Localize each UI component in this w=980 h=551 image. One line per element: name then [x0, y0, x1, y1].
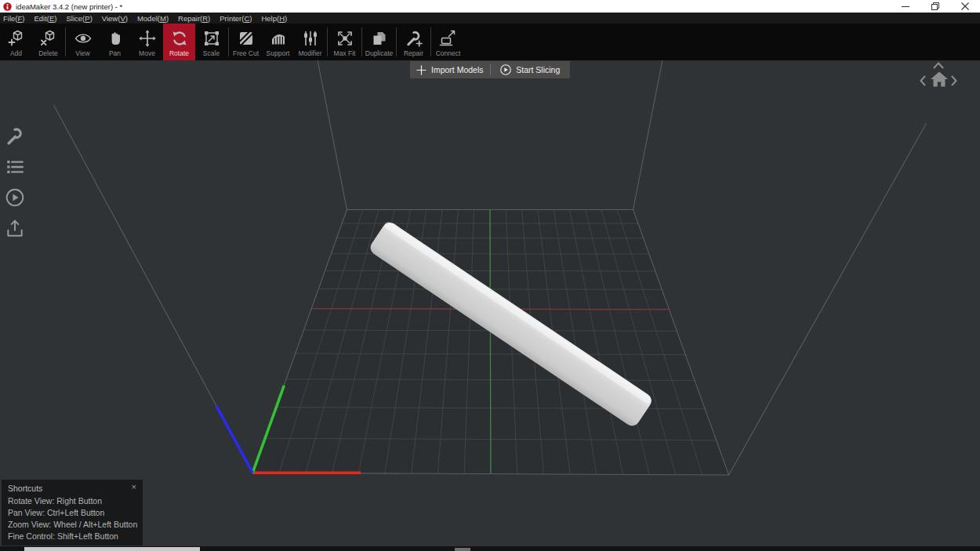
tool-label: Free Cut: [233, 49, 259, 57]
taskbar-peek-item[interactable]: [455, 548, 470, 551]
toolbar-separator: [430, 27, 431, 56]
menu-model[interactable]: Model(M): [137, 14, 175, 23]
app-icon: [3, 2, 12, 11]
tool-duplicate-button[interactable]: Duplicate: [363, 24, 395, 60]
eye-icon: [73, 28, 93, 49]
menu-bar: File(F)Edit(E)Slice(P)View(V)Model(M)Rep…: [0, 13, 980, 24]
tool-label: Duplicate: [365, 49, 393, 57]
toolbar-separator: [361, 27, 362, 56]
shortcut-line: Zoom View: Wheel / Alt+Left Button: [8, 519, 136, 531]
window-title: ideaMaker 3.4.2 (new printer) - *: [16, 2, 891, 11]
free-cut-icon: [236, 28, 256, 49]
toolbar-separator: [396, 27, 397, 56]
plus-icon: [416, 65, 426, 75]
build-plate-scene[interactable]: [0, 60, 980, 551]
repair-wrench-icon: [404, 28, 424, 49]
toolbar-separator: [327, 27, 328, 56]
model-list-icon[interactable]: [4, 157, 26, 187]
tool-delete-button[interactable]: Delete: [32, 24, 64, 60]
taskbar-peek[interactable]: [24, 547, 200, 551]
tool-label: Connect: [436, 49, 461, 57]
max-fit-icon: [335, 28, 355, 49]
home-icon[interactable]: [930, 71, 949, 88]
duplicate-pages-icon: [369, 28, 390, 49]
tool-view-button[interactable]: View: [67, 24, 99, 60]
toolbar-separator: [228, 27, 229, 56]
tool-add-button[interactable]: Add: [0, 24, 32, 60]
view-navigation: [916, 60, 966, 92]
window-close-button[interactable]: [950, 0, 980, 13]
tool-connect-button[interactable]: Connect: [432, 24, 464, 60]
modifier-sliders-icon: [300, 28, 321, 49]
tool-label: Move: [139, 49, 155, 57]
shortcut-line: Rotate View: Right Button: [8, 495, 136, 507]
add-cube-icon: [6, 28, 27, 49]
shortcut-line: Pan View: Ctrl+Left Button: [8, 507, 136, 519]
tool-label: Support: [267, 49, 290, 57]
tool-repair-button[interactable]: Repair: [397, 24, 430, 60]
chevron-left-icon[interactable]: [919, 74, 927, 87]
tool-pan-button[interactable]: Pan: [99, 24, 131, 60]
move-arrows-icon: [137, 28, 158, 49]
scale-box-icon: [201, 28, 222, 49]
menu-file[interactable]: File(F): [3, 14, 31, 23]
tool-label: Pan: [109, 49, 121, 57]
menu-help[interactable]: Help(H): [261, 14, 293, 23]
tool-label: Rotate: [169, 49, 189, 57]
tool-label: Repair: [404, 49, 423, 57]
preview-play-icon[interactable]: [4, 187, 26, 218]
export-upload-icon[interactable]: [4, 218, 26, 248]
tool-support-button[interactable]: Support: [262, 24, 294, 60]
tool-label: View: [75, 49, 89, 57]
rotate-arrows-icon: [169, 28, 190, 49]
tool-label: Scale: [203, 49, 220, 57]
tool-label: Modifier: [298, 49, 321, 57]
hand-icon: [105, 28, 125, 49]
support-icon: [268, 28, 289, 49]
window-titlebar: ideaMaker 3.4.2 (new printer) - *: [0, 0, 980, 13]
shortcuts-title: Shortcuts: [8, 484, 136, 493]
menu-slice[interactable]: Slice(P): [67, 14, 99, 23]
window-minimize-button[interactable]: [891, 0, 920, 13]
close-icon[interactable]: ×: [132, 482, 136, 491]
tool-label: Add: [10, 49, 22, 57]
menu-printer[interactable]: Printer(C): [220, 14, 258, 23]
menu-edit[interactable]: Edit(E): [34, 14, 63, 23]
tool-label: Max Fit: [334, 49, 356, 57]
connect-device-icon: [438, 28, 459, 49]
menu-repair[interactable]: Repair(R): [178, 14, 216, 23]
bottom-edge-strip: [0, 546, 980, 551]
viewport-3d[interactable]: Import Models Start Slicing Shortcuts × …: [0, 60, 980, 551]
import-models-button[interactable]: Import Models: [410, 61, 490, 78]
tool-label: Delete: [38, 49, 58, 57]
play-circle-icon: [500, 64, 511, 75]
settings-wrench-icon[interactable]: [4, 126, 26, 157]
tool-rotate-button[interactable]: Rotate: [163, 24, 195, 60]
tool-max-fit-button[interactable]: Max Fit: [328, 24, 361, 60]
shortcuts-panel: Shortcuts × Rotate View: Right ButtonPan…: [2, 480, 143, 546]
left-tool-rail: [4, 126, 26, 248]
shortcut-line: Fine Control: Shift+Left Button: [8, 531, 136, 542]
start-slicing-button[interactable]: Start Slicing: [491, 61, 571, 78]
tool-free-cut-button[interactable]: Free Cut: [230, 24, 262, 60]
toolbar: AddDeleteViewPanMoveRotateScaleFree CutS…: [0, 24, 980, 60]
tool-move-button[interactable]: Move: [131, 24, 163, 60]
menu-view[interactable]: View(V): [102, 14, 134, 23]
tool-modifier-button[interactable]: Modifier: [294, 24, 326, 60]
chevron-up-icon[interactable]: [931, 61, 946, 70]
window-restore-button[interactable]: [920, 0, 950, 13]
delete-cube-icon: [38, 28, 59, 49]
quick-action-bar: Import Models Start Slicing: [410, 61, 570, 78]
toolbar-separator: [65, 27, 66, 56]
chevron-right-icon[interactable]: [950, 74, 958, 87]
tool-scale-button[interactable]: Scale: [195, 24, 227, 60]
